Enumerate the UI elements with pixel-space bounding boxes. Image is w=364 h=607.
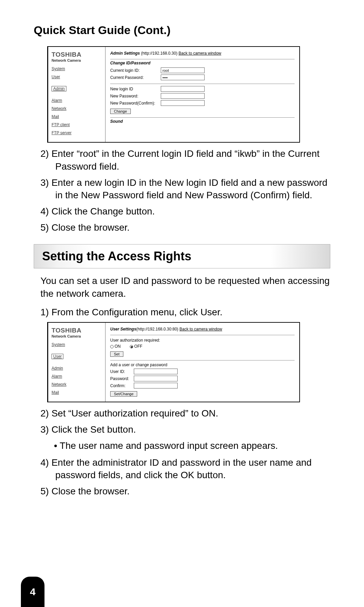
- auth-required-radio: ON OFF: [110, 344, 295, 349]
- shot2-main: User Settings(http://192.168.0.30:80) Ba…: [105, 323, 299, 402]
- row-current-login: Current login ID: root: [110, 67, 295, 73]
- input-new-password-confirm[interactable]: [161, 100, 205, 106]
- step-b3: 3) Click the Set button.: [40, 423, 330, 436]
- shot1-section-change: Change ID/Password: [110, 59, 295, 65]
- lbl-new-password-confirm: New Password(Confirm):: [110, 101, 161, 106]
- change-button[interactable]: Change: [110, 109, 131, 114]
- input-current-login[interactable]: root: [161, 67, 205, 73]
- nav-network[interactable]: Network: [52, 382, 102, 387]
- row-new-password-confirm: New Password(Confirm):: [110, 100, 295, 106]
- step-c5: 5) Close the browser.: [40, 485, 330, 498]
- row-new-password: New Password:: [110, 93, 295, 99]
- nav-user[interactable]: User: [52, 75, 102, 79]
- shot1-title: Admin Settings: [110, 51, 140, 56]
- nav-alarm[interactable]: Alarm: [52, 98, 102, 103]
- nav-user[interactable]: User: [52, 354, 63, 359]
- shot2-title: User Settings: [110, 327, 136, 331]
- lbl-userid: User ID:: [110, 369, 134, 374]
- page-title: Quick Start Guide (Cont.): [34, 24, 330, 37]
- row-new-login: New login ID: [110, 86, 295, 92]
- lbl-password: Password:: [110, 376, 134, 381]
- lbl-current-login: Current login ID:: [110, 68, 161, 73]
- row-confirm: Confirm:: [110, 383, 295, 388]
- step-a2: 2) Enter “root” in the Current login ID …: [40, 147, 330, 173]
- lbl-new-login: New login ID: [110, 87, 161, 91]
- shot2-header: User Settings(http://192.168.0.30:80) Ba…: [110, 327, 295, 331]
- nav-admin[interactable]: Admin: [52, 366, 102, 371]
- back-to-camera-link[interactable]: Back to camera window: [179, 327, 222, 331]
- brand-logo: TOSHIBA: [52, 51, 102, 58]
- screenshot-user-settings: TOSHIBA Network Camera System User Admin…: [47, 322, 300, 402]
- row-current-password: Current Password: ••••: [110, 75, 295, 80]
- shot1-header: Admin Settings (http://192.168.0.30) Bac…: [110, 51, 295, 56]
- input-confirm[interactable]: [134, 383, 178, 388]
- shot1-main: Admin Settings (http://192.168.0.30) Bac…: [105, 47, 299, 142]
- section-title: Setting the Access Rights: [42, 249, 322, 263]
- bullet-b: • The user name and password input scree…: [54, 439, 330, 452]
- lbl-current-password: Current Password:: [110, 75, 161, 80]
- input-new-login[interactable]: [161, 86, 205, 92]
- add-user-label: Add a user or change password: [110, 363, 295, 367]
- set-button[interactable]: Set: [110, 351, 123, 357]
- page-number: 4: [30, 586, 36, 598]
- section-access-rights: Setting the Access Rights: [34, 244, 330, 268]
- step-c4: 4) Enter the administrator ID and passwo…: [40, 456, 330, 482]
- brand-logo: TOSHIBA: [52, 327, 102, 334]
- radio-on-label: ON: [115, 344, 121, 349]
- brand-subtitle: Network Camera: [52, 58, 102, 62]
- row-password: Password:: [110, 376, 295, 381]
- set-change-button[interactable]: Set/Change: [110, 391, 137, 397]
- shot1-section-sound: Sound: [110, 117, 295, 124]
- shot2-address: (http://192.168.0.30:80): [136, 327, 178, 331]
- row-userid: User ID:: [110, 369, 295, 374]
- nav-ftp-server[interactable]: FTP server: [52, 131, 102, 135]
- step-b2: 2) Set “User authorization required” to …: [40, 407, 330, 420]
- nav-network[interactable]: Network: [52, 106, 102, 111]
- screenshot-admin-settings: TOSHIBA Network Camera System User Admin…: [47, 46, 300, 143]
- auth-required-label: User authorization required:: [110, 338, 295, 343]
- nav-system[interactable]: System: [52, 66, 102, 71]
- input-userid[interactable]: [134, 369, 178, 374]
- shot1-sidebar: TOSHIBA Network Camera System User Admin…: [48, 47, 105, 142]
- back-to-camera-link[interactable]: Back to camera window: [179, 51, 221, 56]
- nav-mail[interactable]: Mail: [52, 114, 102, 119]
- input-new-password[interactable]: [161, 93, 205, 99]
- step-a4: 4) Click the Change button.: [40, 205, 330, 218]
- section2-intro: You can set a user ID and password to be…: [40, 274, 330, 300]
- nav-ftp-client[interactable]: FTP client: [52, 122, 102, 127]
- shot1-address: (http://192.168.0.30): [141, 51, 177, 56]
- step-a5: 5) Close the browser.: [40, 221, 330, 234]
- page-number-tab: 4: [21, 577, 44, 607]
- nav-admin[interactable]: Admin: [52, 86, 66, 91]
- nav-mail[interactable]: Mail: [52, 390, 102, 395]
- nav-alarm[interactable]: Alarm: [52, 374, 102, 379]
- nav-system[interactable]: System: [52, 342, 102, 347]
- step-b1: 1) From the Configuration menu, click Us…: [40, 306, 330, 319]
- lbl-new-password: New Password:: [110, 94, 161, 98]
- radio-on[interactable]: [110, 345, 114, 348]
- shot2-sidebar: TOSHIBA Network Camera System User Admin…: [48, 323, 105, 402]
- radio-off[interactable]: [130, 345, 133, 348]
- step-a3: 3) Enter a new login ID in the New login…: [40, 176, 330, 202]
- input-current-password[interactable]: ••••: [161, 75, 205, 80]
- brand-subtitle: Network Camera: [52, 334, 102, 338]
- lbl-confirm: Confirm:: [110, 383, 134, 388]
- input-password[interactable]: [134, 376, 178, 381]
- radio-off-label: OFF: [134, 344, 142, 349]
